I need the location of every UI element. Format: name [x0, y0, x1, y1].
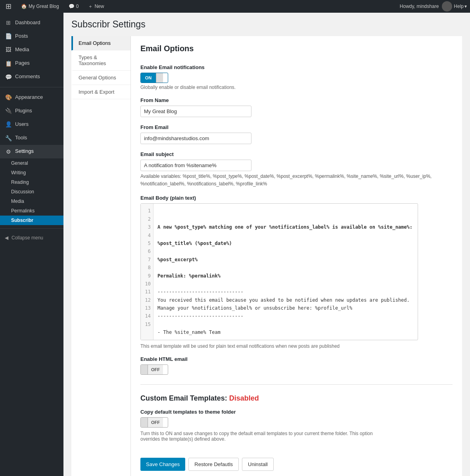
- sidebar-item-label: Pages: [15, 60, 30, 67]
- sidebar-item-label: Tools: [15, 135, 27, 141]
- custom-templates-label: Custom Email Templates:: [140, 394, 227, 402]
- settings-section-title: Email Options: [140, 44, 453, 56]
- posts-icon: 📄: [5, 33, 12, 40]
- media-icon: 🖼: [5, 46, 12, 53]
- custom-templates-status: Disabled: [229, 394, 259, 402]
- tools-icon: 🔧: [5, 135, 12, 142]
- restore-defaults-button[interactable]: Restore Defautls: [188, 458, 239, 471]
- comments-item[interactable]: 💬 0: [66, 0, 81, 13]
- howdy-text: Howdy, mindshare: [400, 4, 439, 9]
- sidebar-divider-1: [0, 87, 63, 87]
- help-button[interactable]: Help ▾: [454, 4, 467, 9]
- from-email-group: From Email: [140, 124, 453, 144]
- from-name-group: From Name: [140, 97, 453, 117]
- sidebar-divider-2: [0, 228, 63, 229]
- email-subject-label: Email subject: [140, 151, 453, 157]
- sidebar-sub-subscribr[interactable]: Subscribr: [0, 216, 63, 225]
- comments-icon: 💬: [69, 4, 75, 9]
- copy-toggle-off-label: OFF: [148, 418, 163, 427]
- sidebar-item-settings[interactable]: ⚙ Settings: [0, 145, 63, 158]
- copy-default-toggle[interactable]: OFF: [140, 417, 168, 428]
- tab-general-options[interactable]: General Options: [71, 71, 130, 85]
- sidebar-sub-general[interactable]: General: [0, 158, 63, 168]
- sidebar-item-users[interactable]: 👤 Users: [0, 118, 63, 131]
- tab-types-taxonomies[interactable]: Types & Taxonomies: [71, 50, 130, 71]
- new-label: New: [94, 4, 104, 9]
- sidebar-item-comments[interactable]: 💬 Comments: [0, 70, 63, 84]
- sidebar-item-label: Users: [15, 121, 29, 128]
- site-name-item[interactable]: 🏠 My Great Blog: [19, 0, 61, 13]
- chevron-down-icon: ▾: [464, 4, 467, 9]
- sidebar-item-pages[interactable]: 📋 Pages: [0, 57, 63, 70]
- email-body-template-desc: This email template will be used for pla…: [140, 343, 453, 349]
- from-name-label: From Name: [140, 97, 453, 103]
- custom-templates-title: Custom Email Templates: Disabled: [140, 394, 453, 403]
- home-icon: 🏠: [21, 4, 27, 9]
- uninstall-button[interactable]: Uninstall: [242, 458, 274, 471]
- copy-default-group: Copy default templates to theme folder O…: [140, 409, 453, 442]
- main-content: Subscribr Settings Email Options Types &…: [63, 13, 470, 476]
- sidebar-item-tools[interactable]: 🔧 Tools: [0, 131, 63, 145]
- enable-html-group: Enable HTML email OFF: [140, 356, 453, 375]
- comments-count: 0: [76, 4, 79, 9]
- avatar: [442, 1, 452, 12]
- sidebar-item-label: Settings: [15, 148, 34, 155]
- enable-notifications-label: Enable Email notifications: [140, 64, 453, 70]
- action-buttons: Save Changes Restore Defautls Uninstall: [140, 451, 453, 471]
- new-item[interactable]: ＋ New: [86, 0, 106, 13]
- line-numbers: 123456789101112131415: [141, 204, 153, 339]
- sidebar-sub-media[interactable]: Media: [0, 197, 63, 206]
- tabs-sidebar: Email Options Types & Taxonomies General…: [71, 36, 131, 476]
- enable-html-toggle-wrap: OFF: [140, 364, 453, 375]
- tab-import-export[interactable]: Import & Export: [71, 85, 130, 99]
- sidebar-sub-reading[interactable]: Reading: [0, 177, 63, 187]
- sidebar-item-posts[interactable]: 📄 Posts: [0, 29, 63, 43]
- wp-logo-item[interactable]: ⊞: [3, 0, 14, 13]
- collapse-menu[interactable]: ◀ Collapse menu: [0, 232, 63, 244]
- save-changes-button[interactable]: Save Changes: [140, 458, 185, 471]
- tab-email-options[interactable]: Email Options: [71, 36, 130, 50]
- email-subject-group: Email subject Available variables: %post…: [140, 151, 453, 188]
- plugins-icon: 🔌: [5, 107, 12, 114]
- content-wrapper: Email Options Types & Taxonomies General…: [71, 36, 462, 476]
- available-variables-text: Available variables: %post_title%, %post…: [140, 173, 453, 188]
- sidebar-item-dashboard[interactable]: ⊞ Dashboard: [0, 16, 63, 29]
- toggle-handle-off: [141, 365, 148, 374]
- comments-nav-icon: 💬: [5, 73, 12, 81]
- admin-bar-right: Howdy, mindshare Help ▾: [400, 1, 467, 12]
- email-subject-input[interactable]: [140, 160, 251, 171]
- sidebar-item-label: Appearance: [15, 94, 43, 101]
- from-email-input[interactable]: [140, 133, 251, 144]
- email-body-content: A new %post_type% matching one of your %…: [153, 204, 418, 339]
- collapse-label: Collapse menu: [12, 235, 43, 241]
- from-name-input[interactable]: [140, 106, 251, 117]
- sidebar-sub-writing[interactable]: Writing: [0, 168, 63, 177]
- sidebar-sub-permalinks[interactable]: Permalinks: [0, 206, 63, 216]
- sidebar: ⊞ Dashboard 📄 Posts 🖼 Media 📋 Pages 💬 Co…: [0, 13, 63, 476]
- settings-icon: ⚙: [5, 148, 12, 155]
- email-body-group: Email Body (plain text) 1234567891011121…: [140, 195, 453, 349]
- appearance-icon: 🎨: [5, 94, 12, 101]
- settings-panel: Email Options Enable Email notifications…: [131, 36, 462, 476]
- sidebar-item-label: Media: [15, 46, 29, 53]
- pages-icon: 📋: [5, 60, 12, 67]
- enable-notifications-toggle[interactable]: ON: [140, 73, 168, 83]
- email-body-editor[interactable]: 123456789101112131415 A new %post_type% …: [140, 203, 418, 340]
- sidebar-item-label: Posts: [15, 33, 28, 40]
- sidebar-item-media[interactable]: 🖼 Media: [0, 43, 63, 56]
- wp-logo-icon: ⊞: [6, 2, 12, 11]
- enable-notifications-group: Enable Email notifications ON Globally e…: [140, 64, 453, 90]
- toggle-handle: [156, 73, 163, 83]
- users-icon: 👤: [5, 121, 12, 128]
- from-email-label: From Email: [140, 124, 453, 130]
- sidebar-item-appearance[interactable]: 🎨 Appearance: [0, 91, 63, 104]
- sidebar-item-label: Comments: [15, 73, 40, 80]
- toggle-global-desc: Globally enable or disable email notific…: [140, 85, 453, 90]
- sidebar-item-plugins[interactable]: 🔌 Plugins: [0, 104, 63, 118]
- enable-html-toggle[interactable]: OFF: [140, 364, 168, 375]
- sidebar-sub-discussion[interactable]: Discussion: [0, 187, 63, 197]
- page-title: Subscribr Settings: [71, 19, 462, 30]
- site-name-label: My Great Blog: [29, 4, 59, 9]
- sidebar-item-label: Plugins: [15, 108, 32, 114]
- copy-default-desc: Turn this to ON and save changes to copy…: [140, 431, 378, 442]
